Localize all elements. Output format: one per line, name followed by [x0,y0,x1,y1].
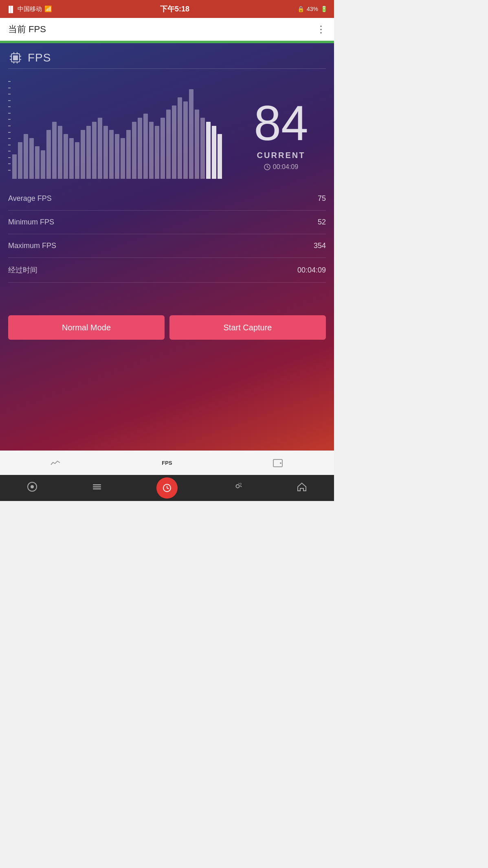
fps-label: CURRENT [257,151,306,160]
status-left: ▐▌ 中国移动 📶 [7,5,52,13]
bar [166,110,171,179]
stat-row-maximum: Maximum FPS 354 [8,234,326,258]
more-button[interactable]: ⋮ [316,24,326,35]
normal-mode-button[interactable]: Normal Mode [8,315,165,340]
fps-time: 00:04:09 [264,163,298,171]
bar [206,122,211,179]
svg-point-19 [237,483,241,487]
stat-value-elapsed: 00:04:09 [297,266,326,275]
tab-bar: FPS [0,450,334,475]
stat-value-average: 75 [318,194,326,203]
svg-rect-17 [93,488,101,490]
bar [58,126,62,179]
stat-value-maximum: 354 [314,242,326,250]
y-tick [8,100,11,101]
stat-label-minimum: Minimum FPS [8,218,54,226]
bar [212,126,216,179]
fps-section-header: FPS [0,43,334,68]
y-tick [8,125,11,126]
nav-back-icon[interactable] [27,481,37,494]
bar [160,118,165,179]
bar [103,126,108,179]
y-tick [8,170,11,171]
bar [35,146,40,179]
svg-line-12 [267,167,268,168]
battery-text: 43% [307,6,318,12]
stat-value-minimum: 52 [318,218,326,226]
bar [138,118,142,179]
battery-icon: 🔋 [321,6,328,12]
stat-row-elapsed: 经过时间 00:04:09 [8,258,326,283]
y-tick [8,163,11,164]
y-tick [8,138,11,139]
system-nav [0,475,334,501]
bottom-buttons: Normal Mode Start Capture [0,307,334,340]
bar [200,118,205,179]
status-time: 下午5:18 [160,4,189,14]
fps-tab-label: FPS [162,460,172,466]
tab-item-wallet[interactable] [264,456,292,470]
tab-item-fps[interactable]: FPS [154,457,180,468]
status-right: 🔒 43% 🔋 [297,6,328,12]
bar [52,122,57,179]
bars-container [12,89,222,179]
app-bar: 当前 FPS ⋮ [0,18,334,41]
bar [109,130,114,179]
nav-center-button[interactable] [156,477,178,499]
svg-rect-16 [93,486,101,488]
wifi-icon: 📶 [44,5,52,13]
bar [178,97,182,179]
bar [12,154,17,179]
bar [218,134,222,179]
nav-menu-icon[interactable] [92,481,102,494]
app-title: 当前 FPS [8,23,46,35]
current-fps-display: 84 CURRENT 00:04:09 [236,90,326,179]
svg-point-14 [31,485,34,488]
nav-home-icon[interactable] [297,481,307,494]
y-tick [8,157,11,158]
nav-settings-icon[interactable] [232,481,242,494]
wallet-tab-icon [273,459,284,468]
bar [155,126,159,179]
bar [75,142,79,179]
bar [143,114,148,179]
main-content: FPS [0,43,334,450]
bar [41,150,45,179]
bar [183,101,188,179]
y-tick [8,88,11,88]
y-tick [8,81,11,82]
bar [149,122,154,179]
stat-label-maximum: Maximum FPS [8,242,56,250]
stat-row-average: Average FPS 75 [8,187,326,211]
bar [46,130,51,179]
bar [86,126,91,179]
clock-icon [264,164,270,170]
bar [115,134,119,179]
bar [92,122,97,179]
y-tick [8,119,11,120]
bar [189,89,193,179]
fps-time-value: 00:04:09 [273,163,298,171]
stat-label-elapsed: 经过时间 [8,265,37,275]
lock-icon: 🔒 [297,6,304,12]
y-tick [8,94,11,94]
chart-area: 84 CURRENT 00:04:09 [0,69,334,183]
y-tick [8,106,11,107]
bar [18,142,22,179]
tab-item-chart[interactable] [42,457,70,470]
bar [126,130,131,179]
y-tick [8,145,11,145]
start-capture-button[interactable]: Start Capture [169,315,326,340]
bar [172,105,176,179]
bar [132,122,136,179]
status-bar: ▐▌ 中国移动 📶 下午5:18 🔒 43% 🔋 [0,0,334,18]
bar [195,110,199,179]
bar [121,138,125,179]
chart-tab-icon [50,459,62,467]
stat-label-average: Average FPS [8,194,52,203]
fps-section-title: FPS [28,51,51,64]
bar [64,134,68,179]
svg-rect-1 [13,55,18,60]
cpu-icon [8,51,23,65]
stat-row-minimum: Minimum FPS 52 [8,211,326,234]
